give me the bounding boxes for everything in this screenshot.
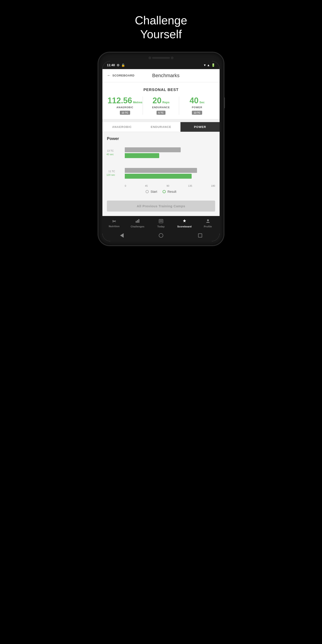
status-left: 11:40 ⊙ 🔒 xyxy=(107,63,125,67)
status-icon2: 🔒 xyxy=(121,63,125,67)
profile-icon xyxy=(206,219,210,224)
x-label-4: 180 xyxy=(211,184,215,187)
svg-rect-7 xyxy=(160,221,160,222)
bottom-nav: ✂ Nutrition Challenges xyxy=(102,216,220,230)
pb-value-endurance: 20Reps xyxy=(143,96,179,105)
cta-button[interactable]: All Previous Training Camps xyxy=(107,200,215,212)
page-headline: Challenge Yourself xyxy=(135,14,187,41)
signal-icon: ▲ xyxy=(207,63,210,67)
status-right: ▾ ▲ 🔋 xyxy=(204,63,215,67)
svg-rect-0 xyxy=(136,221,137,223)
cta-section: All Previous Training Camps xyxy=(102,198,220,216)
pb-badge-endurance: 5 TC xyxy=(156,111,166,115)
chart-title: Power xyxy=(107,136,215,141)
x-label-0: 0 xyxy=(125,184,126,187)
val-label-2: 120 sec xyxy=(106,173,115,177)
pb-metric-anaerobic: 112.56Metres ANAEROBIC 13 TC xyxy=(107,96,143,115)
phone-notch xyxy=(102,56,220,59)
x-label-3: 135 xyxy=(188,184,192,187)
bar-gray-2 xyxy=(125,168,197,173)
nav-nutrition[interactable]: ✂ Nutrition xyxy=(105,219,123,228)
tab-power[interactable]: POWER xyxy=(180,122,220,132)
tab-endurance[interactable]: ENDURANCE xyxy=(142,122,181,132)
phone-screen: 11:40 ⊙ 🔒 ▾ ▲ 🔋 ← SCOREBOARD Benchmarks xyxy=(102,61,220,241)
android-recents-square xyxy=(198,234,202,238)
legend-dot-result xyxy=(162,190,166,193)
svg-rect-4 xyxy=(160,220,160,221)
personal-best-section: PERSONAL BEST 112.56Metres ANAEROBIC 13 … xyxy=(102,82,220,120)
wifi-icon: ▾ xyxy=(204,63,206,67)
tab-anaerobic[interactable]: ANAEROBIC xyxy=(102,122,142,132)
nav-profile-label: Profile xyxy=(204,225,212,228)
android-back[interactable] xyxy=(119,233,124,238)
nav-scoreboard[interactable]: Scoreboard xyxy=(176,219,194,228)
back-label: SCOREBOARD xyxy=(112,74,134,77)
bar-green-1 xyxy=(125,153,159,158)
svg-rect-10 xyxy=(160,219,160,220)
nav-nutrition-label: Nutrition xyxy=(109,225,120,228)
pb-metric-endurance: 20Reps ENDURANCE 5 TC xyxy=(143,96,179,115)
android-home[interactable] xyxy=(158,233,164,238)
pb-label-power: POWER xyxy=(179,106,215,109)
app-header: ← SCOREBOARD Benchmarks xyxy=(102,69,220,82)
tc-label-2: 11 TC xyxy=(106,170,115,173)
pb-label-anaerobic: ANAEROBIC xyxy=(107,106,143,109)
svg-rect-1 xyxy=(137,220,138,223)
nav-profile[interactable]: Profile xyxy=(199,219,217,228)
svg-rect-6 xyxy=(162,220,162,221)
pb-title: PERSONAL BEST xyxy=(107,88,215,92)
bar-labels-2: 11 TC 120 sec xyxy=(106,165,115,181)
bar-row-start-2 xyxy=(125,168,215,173)
camera xyxy=(148,56,151,59)
x-axis: 0 45 90 135 180 xyxy=(125,183,215,187)
bar-row-start-1 xyxy=(125,147,215,152)
legend-label-start: Start xyxy=(150,190,157,194)
chart-area: 13 TC 40 sec xyxy=(107,145,215,187)
android-recents[interactable] xyxy=(198,233,203,238)
status-bar: 11:40 ⊙ 🔒 ▾ ▲ 🔋 xyxy=(102,61,220,69)
today-icon xyxy=(159,219,163,224)
svg-rect-9 xyxy=(162,221,162,222)
camera2 xyxy=(171,56,174,59)
pb-metrics: 112.56Metres ANAEROBIC 13 TC 20Reps ENDU… xyxy=(107,96,215,115)
back-arrow-icon: ← xyxy=(107,73,111,78)
android-back-triangle xyxy=(120,233,124,238)
pb-metric-power: 40Sec POWER 13 TC xyxy=(179,96,215,115)
x-label-2: 90 xyxy=(166,184,169,187)
svg-rect-8 xyxy=(160,221,161,222)
pb-badge-anaerobic: 13 TC xyxy=(120,111,130,115)
back-button[interactable]: ← SCOREBOARD xyxy=(107,73,134,78)
nav-scoreboard-label: Scoreboard xyxy=(177,225,192,228)
svg-point-12 xyxy=(207,219,209,221)
bar-group-1 xyxy=(125,145,215,161)
speaker xyxy=(152,57,170,59)
legend-result: Result xyxy=(162,190,176,194)
pb-label-endurance: ENDURANCE xyxy=(143,106,179,109)
svg-rect-11 xyxy=(162,219,162,220)
challenges-icon xyxy=(135,219,140,224)
page-wrapper: Challenge Yourself 11:40 ⊙ 🔒 ▾ ▲ 🔋 xyxy=(80,0,242,259)
bar-labels-1: 13 TC 40 sec xyxy=(106,145,114,161)
tc-label-1: 13 TC xyxy=(106,149,114,152)
nav-challenges[interactable]: Challenges xyxy=(128,219,146,228)
android-home-circle xyxy=(159,233,163,238)
pb-badge-power: 13 TC xyxy=(192,111,202,115)
nav-today-label: Today xyxy=(157,225,164,228)
val-label-1: 40 sec xyxy=(106,153,114,156)
svg-rect-2 xyxy=(138,219,139,223)
svg-rect-5 xyxy=(160,220,161,221)
nav-challenges-label: Challenges xyxy=(130,225,144,228)
bar-row-result-2 xyxy=(125,174,215,179)
chart-legend: Start Result xyxy=(107,187,215,196)
bar-green-2 xyxy=(125,174,192,179)
header-title: Benchmarks xyxy=(134,73,197,78)
nav-today[interactable]: Today xyxy=(152,219,170,228)
status-icon1: ⊙ xyxy=(117,63,120,67)
legend-start: Start xyxy=(146,190,157,194)
power-button xyxy=(224,97,225,108)
chart-section: Power 13 TC 40 sec xyxy=(102,132,220,198)
phone-shell: 11:40 ⊙ 🔒 ▾ ▲ 🔋 ← SCOREBOARD Benchmarks xyxy=(98,52,224,245)
legend-dot-start xyxy=(146,190,149,193)
pb-value-power: 40Sec xyxy=(179,96,215,105)
bar-row-result-1 xyxy=(125,153,215,158)
